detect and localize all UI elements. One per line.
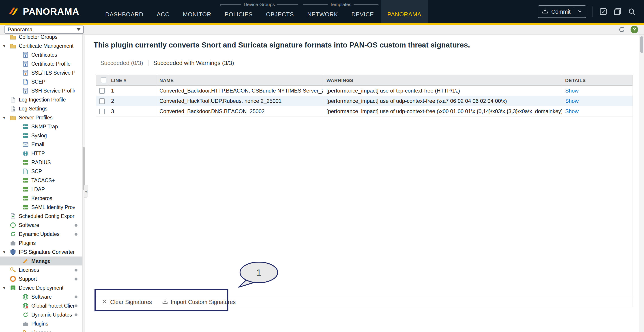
table-row: 2 Converted_HackTool.UDP.Rubeus. nonce 2…: [96, 96, 632, 106]
sidebar-item-email[interactable]: Email: [0, 140, 82, 149]
sidebar-item-certificate-profile[interactable]: Certificate Profile: [0, 59, 82, 68]
bracket-tick: [354, 4, 378, 6]
row-checkbox[interactable]: [99, 98, 105, 104]
line-number: 2: [108, 96, 156, 106]
column-line: LINE #: [108, 75, 156, 86]
row-checkbox[interactable]: [99, 109, 105, 114]
expand-arrow-icon[interactable]: ▾: [3, 249, 10, 255]
item-icon: [22, 141, 29, 148]
select-all-checkbox[interactable]: [101, 78, 106, 83]
table-row: 1 Converted_Backdoor.HTTP.BEACON. CSBund…: [96, 86, 632, 96]
show-details-link[interactable]: Show: [565, 88, 578, 94]
help-icon[interactable]: ?: [630, 26, 638, 33]
config-window-icon[interactable]: [614, 8, 622, 16]
details-cell: Show: [562, 86, 632, 96]
item-icon: [22, 61, 29, 67]
sidebar-item-device-deployment[interactable]: ▾ Device Deployment: [0, 283, 82, 292]
sidebar-item-licenses[interactable]: Licenses: [0, 265, 82, 274]
tab-succeeded[interactable]: Succeeded (0/3): [100, 60, 143, 67]
sidebar-item-http[interactable]: HTTP: [0, 149, 82, 158]
sidebar-item-scheduled-config-export[interactable]: Scheduled Config Export: [0, 212, 82, 221]
expand-arrow-icon[interactable]: ▾: [3, 44, 10, 49]
divider: [574, 9, 574, 15]
sidebar-scrollbar-thumb[interactable]: [83, 147, 85, 190]
nav-item-monitor[interactable]: MONITOR: [176, 0, 218, 23]
status-dot: [74, 295, 78, 298]
sidebar-item-scp[interactable]: SCP: [0, 167, 82, 176]
sidebar-item-collector-groups[interactable]: Collector Groups: [0, 35, 82, 42]
nav-item-panorama[interactable]: PANORAMA: [381, 0, 428, 23]
sidebar-item-radius[interactable]: RADIUS: [0, 158, 82, 167]
commit-button[interactable]: Commit: [538, 5, 586, 18]
row-checkbox-cell: [96, 106, 108, 117]
status-dot: [74, 233, 78, 236]
result-tabs: Succeeded (0/3) Succeeded with Warnings …: [100, 60, 639, 66]
tab-succeeded-with-warnings[interactable]: Succeeded with Warnings (3/3): [154, 60, 234, 67]
sidebar-item-scep[interactable]: SCEP: [0, 77, 82, 86]
sidebar-item-dynamic-updates[interactable]: Dynamic Updates: [0, 310, 82, 319]
sidebar-collapse-handle[interactable]: ◂: [84, 185, 88, 198]
brand-name: PANORAMA: [23, 6, 79, 17]
sidebar-item-certificates[interactable]: Certificates: [0, 50, 82, 59]
sidebar-item-ssh-service-profile[interactable]: SSH Service Profile: [0, 86, 82, 95]
main-scrollbar: [639, 35, 644, 332]
sidebar-item-licenses[interactable]: Licenses: [0, 328, 82, 332]
warning-text: [performance_impact] use of udp-context-…: [323, 96, 562, 106]
sidebar-item-ips-signature-converter[interactable]: ▾ IPS Signature Converter: [0, 247, 82, 256]
table-header: LINE # NAME WARNINGS DETAILS: [96, 75, 632, 86]
sidebar-item-ldap[interactable]: LDAP: [0, 185, 82, 194]
row-checkbox-cell: [96, 96, 108, 106]
search-icon[interactable]: [628, 8, 636, 16]
expand-arrow-icon[interactable]: ▾: [3, 285, 10, 290]
item-icon: [10, 43, 16, 49]
sidebar-item-dynamic-updates[interactable]: Dynamic Updates: [0, 230, 82, 239]
item-icon: [22, 204, 29, 210]
sidebar-item-syslog[interactable]: Syslog: [0, 131, 82, 140]
sidebar-item-manage[interactable]: Manage: [0, 256, 82, 265]
sidebar-item-software[interactable]: Software: [0, 292, 82, 301]
sidebar-item-log-ingestion-profile[interactable]: Log Ingestion Profile: [0, 95, 82, 104]
import-icon: [162, 299, 168, 306]
bracket-tick: [303, 4, 328, 6]
table-row: 3 Converted_Backdoor.DNS.BEACON_25002 [p…: [96, 106, 632, 117]
nav-item-dashboard[interactable]: DASHBOARD: [98, 0, 150, 23]
import-custom-signatures-button[interactable]: Import Custom Signatures: [162, 299, 236, 306]
main-scrollbar-thumb[interactable]: [640, 36, 643, 53]
sidebar-item-plugins[interactable]: Plugins: [0, 239, 82, 247]
sidebar-item-support[interactable]: Support: [0, 274, 82, 283]
context-select[interactable]: Panorama: [4, 26, 84, 34]
sidebar-item-log-settings[interactable]: Log Settings: [0, 104, 82, 113]
item-icon: [22, 123, 29, 130]
refresh-icon[interactable]: [618, 26, 626, 33]
sidebar-item-kerberos[interactable]: Kerberos: [0, 194, 82, 203]
table-footer: Clear Signatures Import Custom Signature…: [96, 297, 632, 307]
nav-item-acc[interactable]: ACC: [150, 0, 176, 23]
item-icon: [22, 52, 29, 58]
sidebar-item-server-profiles[interactable]: ▾ Server Profiles: [0, 113, 82, 122]
show-details-link[interactable]: Show: [565, 108, 578, 115]
item-icon: [22, 159, 29, 166]
sidebar-item-ssl-tls-service-profile[interactable]: SSL/TLS Service Profile: [0, 68, 82, 77]
commit-icon: [542, 8, 548, 16]
item-icon: [10, 240, 16, 246]
save-config-icon[interactable]: [599, 8, 607, 16]
main-nav: DASHBOARD ACC MONITOR Device Groups POLI…: [98, 0, 428, 23]
sidebar-item-software[interactable]: Software: [0, 221, 82, 230]
sidebar-item-globalprotect-client[interactable]: GlobalProtect Client: [0, 301, 82, 310]
item-icon: [22, 168, 29, 175]
bracket-tick: [220, 4, 242, 6]
sidebar-item-tacacs[interactable]: TACACS+: [0, 176, 82, 185]
expand-arrow-icon[interactable]: ▾: [3, 115, 10, 120]
show-details-link[interactable]: Show: [565, 98, 578, 104]
sidebar-item-certificate-management[interactable]: ▾ Certificate Management: [0, 42, 82, 50]
templates-label: Templates: [303, 3, 378, 7]
item-icon: [22, 132, 29, 139]
item-icon: [22, 312, 29, 318]
item-icon: [22, 329, 29, 332]
row-checkbox[interactable]: [99, 88, 105, 94]
sidebar-item-snmp-trap[interactable]: SNMP Trap: [0, 122, 82, 131]
sidebar-item-saml-identity-provider[interactable]: SAML Identity Provider: [0, 203, 82, 212]
status-dot: [74, 277, 78, 280]
clear-signatures-button[interactable]: Clear Signatures: [102, 299, 152, 306]
sidebar-item-plugins[interactable]: Plugins: [0, 319, 82, 328]
